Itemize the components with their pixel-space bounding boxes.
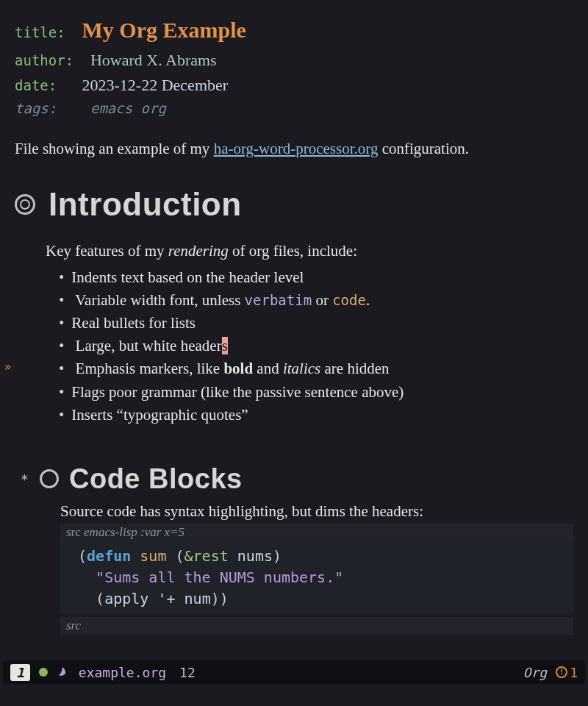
meta-key-tags: tags: (15, 100, 57, 116)
editor-buffer[interactable]: title: My Org Example author: Howard X. … (0, 0, 588, 658)
warning-count: 1 (570, 665, 578, 680)
code-lead: Source code has syntax highlighting, but… (60, 502, 573, 521)
heading-code-blocks[interactable]: * Code Blocks (21, 463, 573, 495)
document-author: Howard X. Abrams (90, 51, 217, 69)
heading-introduction[interactable]: Introduction (15, 186, 573, 223)
src-block-begin: src emacs-lisp :var x=5 (60, 524, 573, 541)
document-title: My Org Example (82, 18, 246, 42)
list-item: Inserts “typographic quotes” (59, 404, 573, 427)
warning-icon: ! (556, 666, 567, 678)
flycheck-warning[interactable]: ! 1 (556, 665, 578, 680)
list-item: Emphasis markers, like bold and italics … (59, 357, 573, 380)
fringe-indicator-icon: » (4, 360, 11, 374)
window-number[interactable]: 1 (10, 664, 30, 681)
introduction-body: Key features of my rendering of org file… (46, 242, 573, 427)
document-date: 2023-12-22 December (82, 76, 229, 94)
major-mode[interactable]: Org (523, 665, 548, 680)
meta-title-line: title: My Org Example (15, 13, 573, 48)
heading-bullet-icon (40, 469, 59, 488)
modified-indicator-icon (39, 668, 48, 677)
text-cursor: s (222, 337, 228, 354)
list-item: Large, but white headers (59, 335, 573, 357)
config-file-link[interactable]: ha-org-word-processor.org (214, 140, 379, 157)
list-item: Real bullets for lists (59, 312, 573, 335)
meta-tags-line: tags: emacs org (15, 98, 573, 119)
mode-line[interactable]: 1 example.org 12 Org ! 1 (3, 660, 585, 684)
code-text: code (332, 292, 366, 308)
intro-paragraph: File showing an example of my ha-org-wor… (15, 140, 573, 158)
line-number: 12 (179, 665, 196, 680)
org-star-icon: * (21, 471, 29, 487)
list-item: Indents text based on the header level (59, 266, 573, 289)
heading-text: Code Blocks (69, 463, 243, 495)
verbatim-text: verbatim (245, 292, 312, 308)
meta-key-title: title (15, 24, 57, 40)
list-item: Variable width font, unless verbatim or … (59, 289, 573, 312)
buffer-icon (57, 664, 70, 680)
meta-key-date: date (15, 77, 49, 93)
meta-author-line: author: Howard X. Abrams (15, 48, 573, 73)
list-item: Flags poor grammar (like the passive sen… (59, 381, 573, 404)
intro-lead: Key features of my rendering of org file… (46, 242, 573, 260)
code-blocks-body: Source code has syntax highlighting, but… (60, 502, 573, 635)
meta-date-line: date: 2023-12-22 December (15, 73, 573, 98)
feature-list: Indents text based on the header level V… (59, 266, 573, 427)
source-code-block[interactable]: (defun sum (&rest nums) "Sums all the NU… (60, 541, 573, 614)
document-tags: emacs org (90, 100, 166, 116)
src-block-end: src (60, 617, 573, 635)
heading-text: Introduction (49, 186, 242, 223)
meta-key-author: author (15, 52, 65, 68)
heading-bullet-icon (15, 194, 35, 215)
buffer-filename[interactable]: example.org (79, 665, 166, 680)
